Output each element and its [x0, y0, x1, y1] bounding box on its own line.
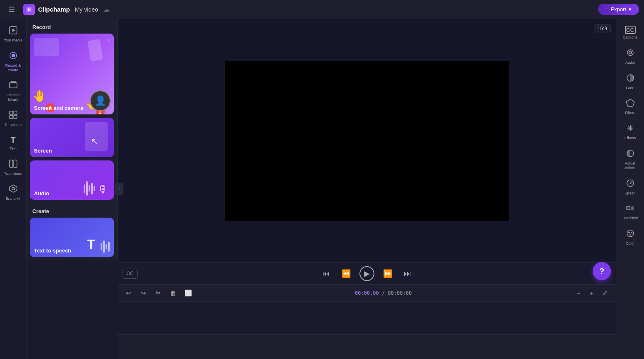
- content-library-icon: [9, 80, 18, 92]
- delete-button[interactable]: 🗑: [167, 287, 179, 299]
- text-to-speech-card[interactable]: T Text to speech: [30, 218, 114, 257]
- panel-collapse-toggle[interactable]: ‹: [115, 183, 123, 195]
- create-section-title: Create: [27, 203, 117, 218]
- sidebar-item-text[interactable]: T Text: [2, 132, 25, 154]
- right-sidebar: CC Captions Audio Fade Filters Effects: [616, 19, 644, 359]
- svg-point-27: [630, 182, 631, 184]
- cloud-icon: ☁: [103, 5, 110, 13]
- skip-forward-button[interactable]: ⏭: [401, 267, 414, 280]
- speed-label: Speed: [625, 191, 635, 196]
- skip-back-button[interactable]: ⏮: [320, 267, 333, 280]
- sidebar-item-templates[interactable]: Templates: [2, 107, 25, 131]
- svg-point-5: [12, 54, 15, 57]
- right-sidebar-adjust-colors[interactable]: Adjustcolors: [618, 146, 643, 174]
- zoom-in-button[interactable]: +: [586, 287, 598, 299]
- svg-point-16: [627, 50, 633, 56]
- svg-rect-29: [631, 206, 634, 210]
- undo-button[interactable]: ↩: [123, 287, 134, 299]
- timeline-tracks: [118, 302, 616, 359]
- sidebar-item-your-media-label: Your media: [4, 38, 22, 43]
- tts-t-decoration: T: [87, 237, 95, 252]
- camera-inset: 👤: [90, 90, 111, 111]
- record-section-title: Record: [27, 19, 117, 34]
- tts-wave-decoration: [101, 240, 110, 253]
- sidebar-item-record-create[interactable]: Record &create: [2, 48, 25, 76]
- expand-timeline-button[interactable]: ⤢: [599, 287, 611, 299]
- adjust-colors-icon: [626, 149, 635, 160]
- timeline-section: ↩ ↪ ✂ 🗑 ⬜ 00:00.00 / 00:00:00 − + ⤢: [118, 284, 616, 359]
- right-sidebar-color[interactable]: Color: [618, 226, 643, 249]
- video-preview: 16:9: [118, 19, 616, 262]
- deco-screen: [34, 38, 59, 56]
- fade-icon: [626, 73, 635, 85]
- svg-marker-3: [12, 29, 15, 32]
- video-title[interactable]: My video: [75, 6, 98, 13]
- zoom-controls: − + ⤢: [573, 287, 611, 299]
- frame-back-button[interactable]: ⏪: [340, 267, 353, 280]
- group-button[interactable]: ⬜: [182, 287, 194, 299]
- redo-button[interactable]: ↪: [137, 287, 149, 299]
- sidebar-item-transitions-label: Transitions: [4, 172, 22, 176]
- sidebar-item-content-library-label: Contentlibrary: [7, 93, 20, 102]
- sidebar-item-your-media[interactable]: Your media: [2, 22, 25, 46]
- transition-label: Transition: [622, 216, 638, 221]
- audio-rs-label: Audio: [625, 61, 635, 65]
- sidebar-item-templates-label: Templates: [5, 123, 22, 127]
- audio-card[interactable]: 🎙 Audio: [30, 160, 114, 200]
- screen-and-camera-card[interactable]: 🤚 1 🤚 2 👤 › Screen and camera: [30, 34, 114, 114]
- logo-icon: [23, 4, 35, 15]
- help-button[interactable]: ?: [593, 262, 611, 280]
- app-name: Clipchamp: [38, 6, 70, 13]
- center-area: 16:9 CC ⏮ ⏪ ▶ ⏩ ⏭ ⛶ ↩ ↪ ✂ 🗑 ⬜ 00:00.00: [118, 19, 616, 359]
- time-separator: /: [382, 290, 388, 296]
- app-logo: Clipchamp: [23, 4, 70, 15]
- brand-kit-icon: [9, 184, 18, 195]
- audio-icon: [626, 48, 635, 59]
- export-chevron-icon: ▾: [629, 6, 632, 12]
- cut-button[interactable]: ✂: [152, 287, 164, 299]
- menu-button[interactable]: ☰: [5, 3, 18, 16]
- right-sidebar-audio[interactable]: Audio: [618, 45, 643, 68]
- mic-icon: 🎙: [97, 183, 109, 196]
- text-to-speech-label: Text to speech: [34, 247, 71, 254]
- cursor-arrow-icon: ↖: [91, 136, 98, 147]
- transitions-icon: [9, 159, 18, 170]
- waveform-decoration: [84, 181, 95, 196]
- screen-label: Screen: [34, 148, 52, 154]
- sidebar-item-content-library[interactable]: Contentlibrary: [2, 77, 25, 105]
- right-sidebar-transition[interactable]: Transition: [618, 200, 643, 224]
- main-layout: Your media Record &create Contentlibrary…: [0, 19, 644, 359]
- record-panel: Record 🤚 1 🤚 2 👤 › Screen and camera: [27, 19, 118, 260]
- zoom-out-button[interactable]: −: [573, 287, 584, 299]
- right-sidebar-filters[interactable]: Filters: [618, 95, 643, 119]
- captions-toggle-button[interactable]: CC: [123, 269, 137, 279]
- audio-label: Audio: [34, 190, 49, 196]
- svg-point-30: [627, 230, 634, 237]
- right-sidebar-effects[interactable]: Effects: [618, 120, 643, 144]
- filters-label: Filters: [625, 111, 635, 115]
- sidebar-item-transitions[interactable]: Transitions: [2, 156, 25, 180]
- svg-rect-28: [627, 206, 630, 210]
- effects-label: Effects: [625, 136, 636, 141]
- color-icon: [626, 229, 635, 240]
- right-sidebar-fade[interactable]: Fade: [618, 70, 643, 94]
- sidebar-item-brand-kit[interactable]: Brand kit: [2, 181, 25, 204]
- aspect-ratio-badge[interactable]: 16:9: [594, 24, 611, 33]
- frame-forward-button[interactable]: ⏩: [381, 267, 394, 280]
- export-icon: ↑: [605, 6, 608, 12]
- svg-point-15: [12, 187, 14, 190]
- screen-card[interactable]: ↖ Screen: [30, 118, 114, 157]
- svg-rect-8: [10, 111, 13, 114]
- right-sidebar-speed[interactable]: Speed: [618, 175, 643, 199]
- right-sidebar-captions[interactable]: CC Captions: [618, 22, 643, 43]
- transition-icon: [626, 204, 635, 215]
- effects-icon: [626, 124, 635, 135]
- time-display: 00:00.00 / 00:00:00: [355, 290, 412, 296]
- color-label: Color: [626, 241, 635, 246]
- speed-icon: [626, 179, 635, 190]
- svg-rect-9: [14, 111, 17, 114]
- play-button[interactable]: ▶: [359, 266, 374, 281]
- adjust-colors-label: Adjustcolors: [625, 161, 635, 170]
- export-button[interactable]: ↑ Export ▾: [598, 4, 639, 15]
- fade-label: Fade: [626, 86, 634, 90]
